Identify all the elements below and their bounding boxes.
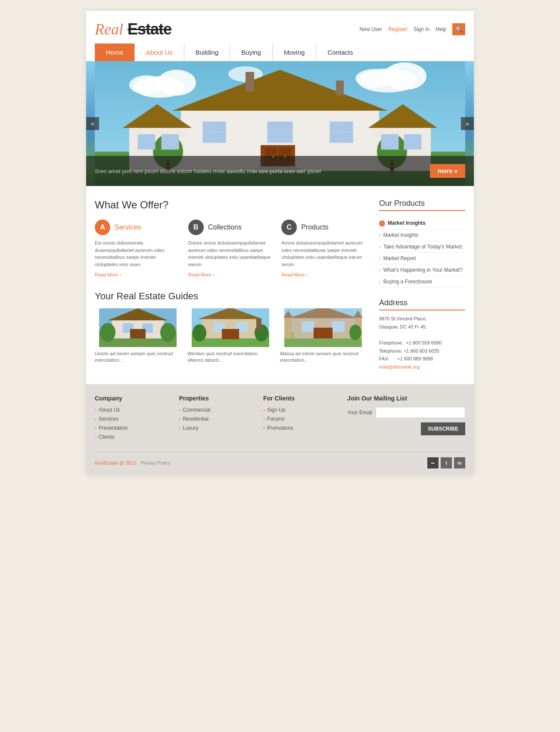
nav-home[interactable]: Home xyxy=(95,43,135,61)
social-linkedin-icon[interactable]: in xyxy=(454,457,465,468)
guide-1-image xyxy=(95,308,181,347)
search-button[interactable]: 🔍 xyxy=(452,23,465,35)
offer-collections-read-more[interactable]: Read More xyxy=(188,272,215,277)
products-title: Our Products xyxy=(379,199,465,211)
help-link[interactable]: Help xyxy=(436,26,446,32)
offer-services-read-more[interactable]: Read More xyxy=(95,272,121,277)
header-inner: Real Estate New User Register Sign In He… xyxy=(95,17,465,43)
footer-policy[interactable]: Privacy Policy xyxy=(141,460,170,465)
logo-real: Real xyxy=(95,21,123,38)
nav-buying[interactable]: Buying xyxy=(230,43,273,61)
address-email[interactable]: mail@demolink.org xyxy=(379,364,420,369)
guide-1: Uenim ad minim veniam quis nostrud exerc… xyxy=(95,308,181,364)
address-text: 9870 St.Vincent Place, Glasgow, DC 45 Fr… xyxy=(379,315,465,371)
offer-title: What We Offer? xyxy=(95,199,366,211)
footer-prop-commercial[interactable]: Commercial xyxy=(179,407,263,413)
svg-rect-39 xyxy=(404,134,421,149)
svg-rect-67 xyxy=(314,328,333,338)
social-rss-icon[interactable]: ▪▪ xyxy=(427,457,439,468)
footer-clients-signup[interactable]: Sign Up xyxy=(263,407,347,413)
footer: Company About Us Services Presentation C… xyxy=(86,384,474,475)
footer-company-clients[interactable]: Clients xyxy=(95,434,179,440)
product-item-3[interactable]: › Take Advantage of Today's Market. xyxy=(379,241,465,253)
offer-services-text: Est omnis doloreserele-dusempquibdamet a… xyxy=(95,239,180,268)
svg-rect-40 xyxy=(246,72,254,91)
hero-prev-btn[interactable]: « xyxy=(86,117,99,130)
guide-3-image xyxy=(280,308,366,347)
product-arrow-6: › xyxy=(379,279,381,284)
header: Real Estate New User Register Sign In He… xyxy=(86,11,474,61)
product-label-4: Market Report xyxy=(383,255,416,261)
sign-in-link[interactable]: Sign In xyxy=(414,26,429,32)
hero-next-btn[interactable]: » xyxy=(461,117,474,130)
offer-c-circle: C xyxy=(281,220,297,235)
logo[interactable]: Real Estate xyxy=(95,22,171,37)
product-label-3: Take Advantage of Today's Market. xyxy=(383,244,464,250)
product-item-1[interactable]: › Market Insights xyxy=(379,217,465,230)
footer-prop-residential[interactable]: Residential xyxy=(179,416,263,422)
svg-rect-36 xyxy=(138,134,155,149)
footer-clients-forums[interactable]: Forums xyxy=(263,416,347,422)
product-arrow-5: › xyxy=(379,267,381,273)
footer-properties: Properties Commercial Residential Luxury xyxy=(179,395,263,443)
footer-clients-title: For Clients xyxy=(263,395,347,402)
guide-2-text: Wenlam quis nostrud exercitation ullamco… xyxy=(187,350,274,364)
footer-copyright: RealEstate @ 2012 xyxy=(95,460,136,465)
address-line1: 9870 St.Vincent Place, xyxy=(379,315,465,323)
product-item-4[interactable]: › Market Report xyxy=(379,253,465,264)
nav-bar: Home About Us Building Buying Moving Con… xyxy=(95,43,465,61)
footer-company-presentation[interactable]: Presentation xyxy=(95,425,179,431)
guides-title: Your Real Estate Guides xyxy=(95,291,366,302)
guides-grid: Uenim ad minim veniam quis nostrud exerc… xyxy=(95,308,366,364)
product-item-6[interactable]: › Buying a Foreclosure xyxy=(379,276,465,288)
register-link[interactable]: Register xyxy=(388,26,408,32)
footer-copy: RealEstate @ 2012 Privacy Policy xyxy=(95,459,171,466)
svg-point-72 xyxy=(349,325,361,340)
address-title: Address xyxy=(379,298,465,310)
offer-services-header: A Services xyxy=(95,220,180,235)
hero-more-button[interactable]: more » xyxy=(430,164,465,178)
svg-point-58 xyxy=(193,324,206,341)
svg-point-6 xyxy=(355,69,394,88)
address-freephone: Freephone: +1 800 559 6580 xyxy=(379,339,465,347)
svg-rect-65 xyxy=(302,321,314,332)
chevron-right-icon: » xyxy=(466,120,469,127)
footer-clients-promotions[interactable]: Promotions xyxy=(263,425,347,431)
main-left: What We Offer? A Services Est omnis dolo… xyxy=(95,199,366,371)
footer-company-services[interactable]: Services xyxy=(95,416,179,422)
product-item-5[interactable]: › What's Happening in Your Market? xyxy=(379,264,465,276)
nav-moving[interactable]: Moving xyxy=(273,43,316,61)
svg-rect-41 xyxy=(336,81,344,96)
offer-products-title: Products xyxy=(301,223,328,231)
nav-contacts[interactable]: Contacts xyxy=(316,43,364,61)
guide-1-text: Uenim ad minim veniam quis nostrud exerc… xyxy=(95,350,181,364)
footer-prop-luxury[interactable]: Luxury xyxy=(179,425,263,431)
hero-overlay: Sren amet port rem psum dolore estum has… xyxy=(86,156,474,186)
product-label-1: Market Insights xyxy=(388,220,426,226)
product-label-6: Buying a Foreclosure xyxy=(383,279,432,285)
svg-rect-57 xyxy=(222,329,239,339)
offer-products: C Products Amnis dolodusempquibdamet aur… xyxy=(281,220,366,278)
nav-building[interactable]: Building xyxy=(184,43,230,61)
mailing-row: Your Email xyxy=(347,407,465,418)
social-twitter-icon[interactable]: t xyxy=(441,457,452,468)
address-line2: Glasgow, DC 45 Fr 45. xyxy=(379,323,465,331)
product-arrow-3: › xyxy=(379,244,381,249)
offer-products-read-more[interactable]: Read More xyxy=(281,272,308,277)
mailing-email-input[interactable] xyxy=(376,407,465,418)
product-item-2[interactable]: › Market Insights xyxy=(379,230,465,241)
product-arrow-2: › xyxy=(379,233,381,238)
product-arrow-4: › xyxy=(379,256,381,261)
svg-point-49 xyxy=(100,323,115,342)
address-section: Address 9870 St.Vincent Place, Glasgow, … xyxy=(379,298,465,371)
address-telephone: Telephone: +1 800 603 6035 xyxy=(379,347,465,355)
footer-company-about[interactable]: About Us xyxy=(95,407,179,413)
offer-grid: A Services Est omnis doloreserele-dusemp… xyxy=(95,220,366,278)
nav-about[interactable]: About Us xyxy=(135,43,184,61)
subscribe-button[interactable]: SUBSCRIBE xyxy=(421,422,465,435)
address-fax: FAX: +1 800 889 9898 xyxy=(379,355,465,363)
offer-products-text: Amnis dolodusempquibdamet aurerum odes n… xyxy=(281,239,366,268)
new-user-link[interactable]: New User xyxy=(360,26,383,32)
svg-rect-60 xyxy=(256,319,261,330)
svg-rect-66 xyxy=(332,321,345,332)
